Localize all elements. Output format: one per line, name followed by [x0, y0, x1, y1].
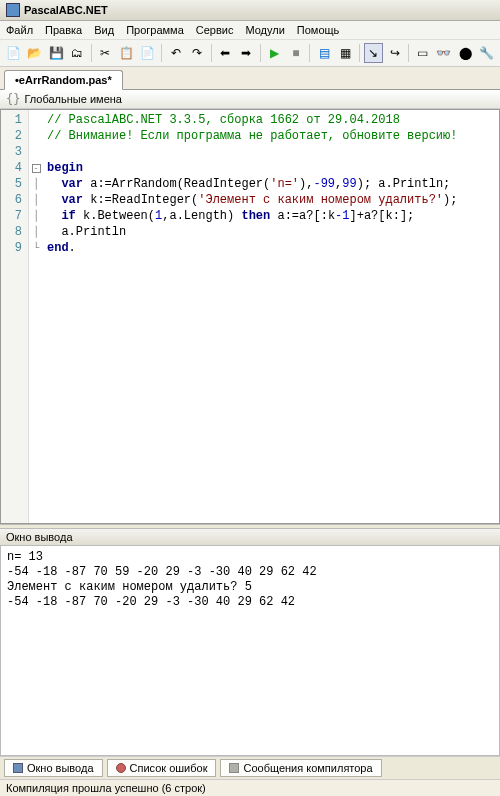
- new-file-icon[interactable]: 📄: [4, 43, 23, 63]
- step-into-icon[interactable]: ↘: [364, 43, 383, 63]
- tab-output[interactable]: Окно вывода: [4, 759, 103, 777]
- debug-icon[interactable]: 🔧: [477, 43, 496, 63]
- navigation-bar[interactable]: {} Глобальные имена: [0, 90, 500, 109]
- line-gutter: 1 2 3 4 5 6 7 8 9: [1, 110, 29, 523]
- nav-scope: Глобальные имена: [24, 93, 122, 105]
- statusbar: Компиляция прошла успешно (6 строк): [0, 779, 500, 796]
- output-panel-title: Окно вывода: [0, 529, 500, 546]
- menu-view[interactable]: Вид: [94, 24, 114, 36]
- code-editor[interactable]: 1 2 3 4 5 6 7 8 9 - ││││└ // PascalABC.N…: [0, 109, 500, 524]
- menu-program[interactable]: Программа: [126, 24, 184, 36]
- undo-icon[interactable]: ↶: [166, 43, 185, 63]
- open-file-icon[interactable]: 📂: [25, 43, 44, 63]
- message-icon: [229, 763, 239, 773]
- save-icon[interactable]: 💾: [46, 43, 65, 63]
- bottom-tab-strip: Окно вывода Список ошибок Сообщения комп…: [0, 756, 500, 779]
- copy-icon[interactable]: 📋: [117, 43, 136, 63]
- window-title: PascalABC.NET: [24, 4, 108, 16]
- breakpoint-icon[interactable]: ⬤: [456, 43, 475, 63]
- toolbar: 📄 📂 💾 🗂 ✂ 📋 📄 ↶ ↷ ⬅ ➡ ▶ ■ ▤ ▦ ↘ ↪ ▭ 👓 ⬤ …: [0, 40, 500, 67]
- output-icon: [13, 763, 23, 773]
- window-titlebar: PascalABC.NET: [0, 0, 500, 21]
- form-icon[interactable]: ▭: [413, 43, 432, 63]
- output-panel[interactable]: n= 13 -54 -18 -87 70 59 -20 29 -3 -30 40…: [0, 546, 500, 756]
- code-content[interactable]: // PascalABC.NET 3.3.5, сборка 1662 от 2…: [43, 110, 499, 523]
- nav-fwd-icon[interactable]: ➡: [237, 43, 256, 63]
- editor-tab-strip: •eArrRandom.pas*: [0, 67, 500, 90]
- error-icon: [116, 763, 126, 773]
- status-text: Компиляция прошла успешно (6 строк): [6, 782, 206, 794]
- menu-file[interactable]: Файл: [6, 24, 33, 36]
- stop-icon[interactable]: ■: [286, 43, 305, 63]
- step-over-icon[interactable]: ↪: [385, 43, 404, 63]
- tab-compiler-messages[interactable]: Сообщения компилятора: [220, 759, 381, 777]
- tab-errors[interactable]: Список ошибок: [107, 759, 217, 777]
- menu-edit[interactable]: Правка: [45, 24, 82, 36]
- build-icon[interactable]: ▦: [336, 43, 355, 63]
- compile-icon[interactable]: ▤: [314, 43, 333, 63]
- menubar: Файл Правка Вид Программа Сервис Модули …: [0, 21, 500, 40]
- fold-toggle-icon[interactable]: -: [32, 164, 41, 173]
- save-all-icon[interactable]: 🗂: [68, 43, 87, 63]
- menu-modules[interactable]: Модули: [245, 24, 284, 36]
- run-icon[interactable]: ▶: [265, 43, 284, 63]
- brace-icon: {}: [6, 92, 20, 106]
- app-icon: [6, 3, 20, 17]
- watch-icon[interactable]: 👓: [434, 43, 453, 63]
- file-tab[interactable]: •eArrRandom.pas*: [4, 70, 123, 90]
- menu-help[interactable]: Помощь: [297, 24, 340, 36]
- nav-back-icon[interactable]: ⬅: [216, 43, 235, 63]
- redo-icon[interactable]: ↷: [188, 43, 207, 63]
- cut-icon[interactable]: ✂: [96, 43, 115, 63]
- paste-icon[interactable]: 📄: [138, 43, 157, 63]
- menu-service[interactable]: Сервис: [196, 24, 234, 36]
- fold-column: - ││││└: [29, 110, 43, 523]
